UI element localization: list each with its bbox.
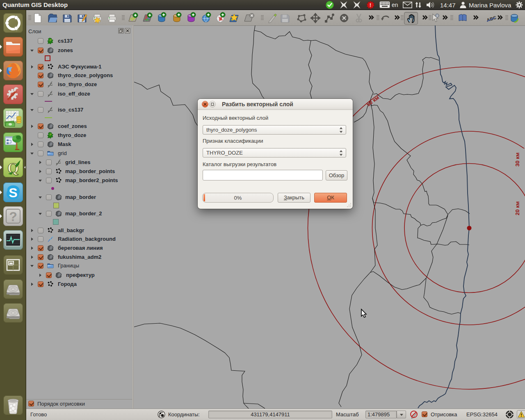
- svg-text:i: i: [437, 14, 438, 17]
- svg-text:ABC: ABC: [486, 15, 497, 23]
- svg-text:?: ?: [9, 209, 17, 224]
- svg-text:30 км: 30 км: [514, 153, 520, 167]
- svg-text:!: !: [370, 2, 371, 8]
- svg-text:S: S: [9, 185, 17, 200]
- svg-text:20 км: 20 км: [514, 201, 520, 215]
